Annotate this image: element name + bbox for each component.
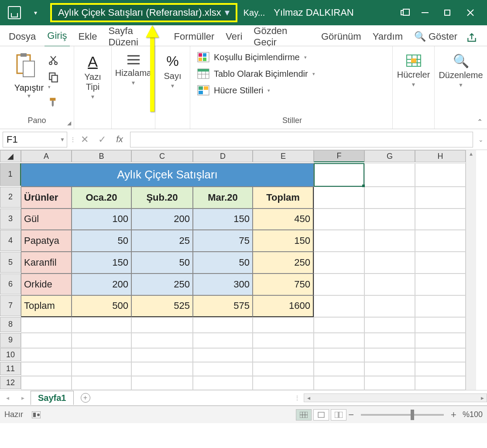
cell-C11[interactable]	[131, 362, 193, 376]
col-header-G[interactable]: G	[364, 150, 415, 162]
col-header-D[interactable]: D	[193, 150, 253, 162]
cell-H12[interactable]	[415, 376, 466, 390]
cell-G4[interactable]	[364, 230, 415, 252]
select-all-corner[interactable]: ◢	[0, 150, 21, 162]
cell-D10[interactable]	[193, 348, 253, 362]
cell-A3[interactable]: Gül	[21, 209, 72, 230]
cell-A11[interactable]	[21, 362, 72, 376]
cell-F11[interactable]	[314, 362, 364, 376]
format-as-table-button[interactable]: Tablo Olarak Biçimlendir▾	[195, 65, 317, 82]
cell-A6[interactable]: Orkide	[21, 274, 72, 295]
cell-A10[interactable]	[21, 348, 72, 362]
cell-H10[interactable]	[415, 348, 466, 362]
row-header-3[interactable]: 3	[0, 209, 21, 229]
cell-C7[interactable]: 525	[131, 295, 193, 317]
cell-D7[interactable]: 575	[193, 295, 253, 317]
cell-A2[interactable]: Ürünler	[21, 187, 72, 209]
spreadsheet-grid[interactable]: ◢ A B C D E F G H 1 Aylık Çiçek Satışlar…	[0, 150, 466, 390]
row-header-11[interactable]: 11	[0, 362, 21, 375]
row-header-5[interactable]: 5	[0, 252, 21, 273]
col-header-E[interactable]: E	[253, 150, 314, 162]
col-header-B[interactable]: B	[72, 150, 131, 162]
zoom-in-icon[interactable]: +	[449, 409, 458, 421]
name-box[interactable]: F1 ▼	[3, 132, 67, 147]
cell-E2[interactable]: Toplam	[253, 187, 314, 209]
user-name[interactable]: Yılmaz DALKIRAN	[274, 7, 353, 18]
cell-D2[interactable]: Mar.20	[193, 187, 253, 209]
cell-styles-button[interactable]: Hücre Stilleri▾	[195, 82, 272, 99]
vertical-scrollbar[interactable]: ▴	[466, 150, 476, 390]
cell-E4[interactable]: 150	[253, 230, 314, 252]
cell-G3[interactable]	[364, 209, 415, 230]
row-header-8[interactable]: 8	[0, 317, 21, 332]
editing-button[interactable]: 🔍 Düzenleme ▼	[436, 49, 485, 92]
cell-C8[interactable]	[131, 317, 193, 333]
cell-G9[interactable]	[364, 333, 415, 349]
cell-E5[interactable]: 250	[253, 252, 314, 274]
zoom-level[interactable]: %100	[463, 410, 483, 419]
cell-D8[interactable]	[193, 317, 253, 333]
cell-A5[interactable]: Karanfil	[21, 252, 72, 274]
cell-C5[interactable]: 50	[131, 252, 193, 274]
cell-C9[interactable]	[131, 333, 193, 349]
font-button[interactable]: A Yazı Tipi ▼	[78, 49, 108, 104]
formula-input[interactable]	[130, 132, 473, 147]
number-button[interactable]: % Sayı ▼	[161, 49, 184, 93]
sheet-nav-next-icon[interactable]: ▸	[15, 394, 31, 401]
row-header-10[interactable]: 10	[0, 348, 21, 361]
col-header-F[interactable]: F	[314, 150, 364, 162]
cell-G10[interactable]	[364, 348, 415, 362]
cell-E9[interactable]	[253, 333, 314, 349]
cut-icon[interactable]	[48, 55, 59, 65]
tab-dosya[interactable]: Dosya	[6, 29, 38, 47]
cell-F3[interactable]	[314, 209, 364, 230]
cell-C12[interactable]	[131, 376, 193, 390]
cell-A9[interactable]	[21, 333, 72, 349]
cell-D5[interactable]: 50	[193, 252, 253, 274]
cell-A4[interactable]: Papatya	[21, 230, 72, 252]
cell-B10[interactable]	[72, 348, 131, 362]
cell-B5[interactable]: 150	[72, 252, 131, 274]
cell-F1[interactable]	[314, 163, 364, 187]
row-header-2[interactable]: 2	[0, 187, 21, 208]
close-icon[interactable]	[466, 9, 474, 17]
cell-C4[interactable]: 25	[131, 230, 193, 252]
fx-icon[interactable]: fx	[111, 134, 128, 144]
autosave-label[interactable]: Kay...	[244, 8, 265, 18]
cell-G5[interactable]	[364, 252, 415, 274]
cell-title[interactable]: Aylık Çiçek Satışları	[21, 163, 314, 187]
cell-E3[interactable]: 450	[253, 209, 314, 230]
cell-E11[interactable]	[253, 362, 314, 376]
cell-H1[interactable]	[415, 163, 466, 187]
expand-formula-bar-icon[interactable]: ⌄	[475, 136, 487, 143]
tab-ekle[interactable]: Ekle	[76, 29, 100, 47]
macro-record-icon[interactable]	[32, 411, 41, 418]
view-normal-icon[interactable]	[296, 409, 312, 421]
cells-button[interactable]: Hücreler ▼	[394, 49, 433, 92]
zoom-out-icon[interactable]: −	[346, 409, 356, 421]
name-box-dropdown-icon[interactable]: ▼	[60, 137, 65, 143]
save-icon[interactable]	[8, 6, 21, 19]
add-sheet-icon[interactable]: +	[81, 393, 90, 403]
cell-C3[interactable]: 200	[131, 209, 193, 230]
cell-G12[interactable]	[364, 376, 415, 390]
cancel-formula-icon[interactable]: ✕	[76, 134, 93, 145]
cell-D9[interactable]	[193, 333, 253, 349]
hscroll-right-icon[interactable]: ▸	[478, 394, 487, 401]
cell-G2[interactable]	[364, 187, 415, 209]
tab-veri[interactable]: Veri	[223, 29, 245, 47]
col-header-C[interactable]: C	[131, 150, 193, 162]
paste-button[interactable]: Yapıştır ▼	[14, 52, 44, 107]
sheet-nav-prev-icon[interactable]: ◂	[0, 394, 15, 401]
cell-E12[interactable]	[253, 376, 314, 390]
cell-H11[interactable]	[415, 362, 466, 376]
cell-C6[interactable]: 250	[131, 274, 193, 295]
cell-G6[interactable]	[364, 274, 415, 295]
cell-B4[interactable]: 50	[72, 230, 131, 252]
format-painter-icon[interactable]	[48, 96, 59, 107]
cell-C10[interactable]	[131, 348, 193, 362]
scroll-up-icon[interactable]: ▴	[466, 150, 476, 161]
sheet-tab[interactable]: Sayfa1	[31, 391, 74, 405]
cell-G1[interactable]	[364, 163, 415, 187]
tab-formuller[interactable]: Formüller	[171, 29, 217, 47]
